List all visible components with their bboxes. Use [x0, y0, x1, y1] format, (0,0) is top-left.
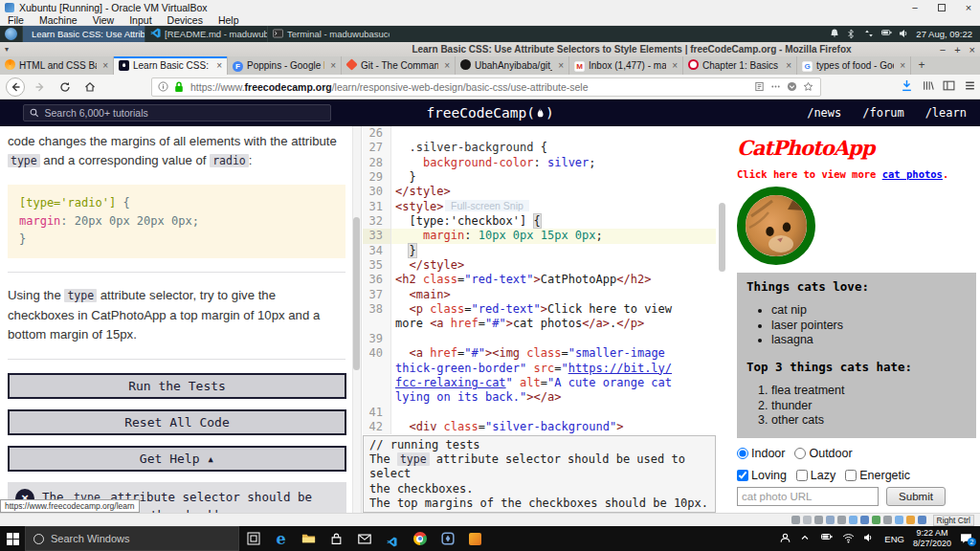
- sidebar-icon[interactable]: [943, 78, 955, 96]
- forward-button[interactable]: [31, 77, 50, 97]
- scrollbar-thumb[interactable]: [353, 217, 360, 370]
- vscode-icon[interactable]: [378, 526, 406, 551]
- splitter-handle[interactable]: [719, 203, 725, 272]
- ff-maximize-button[interactable]: +: [954, 44, 960, 55]
- get-help-button[interactable]: Get Help ▴: [8, 446, 346, 472]
- fcc-nav-forum[interactable]: /forum: [862, 106, 903, 120]
- volume-icon[interactable]: [863, 533, 876, 544]
- taskview-icon[interactable]: [239, 526, 267, 551]
- pane-splitter[interactable]: [716, 126, 729, 513]
- chrome-icon[interactable]: [406, 526, 434, 551]
- vbox-minimize-button[interactable]: −: [909, 2, 921, 13]
- mail-icon[interactable]: [350, 526, 378, 551]
- action-center-icon[interactable]: 2: [960, 533, 972, 544]
- fcc-search-box[interactable]: [23, 104, 331, 121]
- site-info-icon[interactable]: [158, 81, 169, 93]
- updown-icon[interactable]: [864, 29, 875, 39]
- browser-tab[interactable]: MInbox (1,477) - maduwu×: [569, 56, 683, 75]
- code-editor[interactable]: 2627 .silver-background {28 background-c…: [363, 126, 716, 435]
- window-menu-icon[interactable]: ▾: [5, 45, 9, 54]
- tab-close-icon[interactable]: ×: [214, 60, 222, 71]
- editor-line[interactable]: 35 </style>: [363, 258, 716, 273]
- tab-close-icon[interactable]: ×: [784, 60, 791, 71]
- bluetooth-icon[interactable]: [847, 29, 858, 39]
- fcc-nav-news[interactable]: /news: [807, 106, 841, 120]
- explorer-icon[interactable]: [295, 526, 323, 551]
- checkbox-option[interactable]: Energetic: [845, 469, 910, 482]
- editor-line[interactable]: 26: [363, 126, 716, 141]
- radio-option[interactable]: Outdoor: [794, 447, 852, 460]
- xfce-task-button[interactable]: Terminal - maduwubasucces...: [267, 26, 390, 42]
- pocket-icon[interactable]: [787, 81, 798, 93]
- fullscreen-icon[interactable]: [918, 516, 926, 524]
- tab-close-icon[interactable]: ×: [670, 60, 678, 71]
- reset-code-button[interactable]: Reset All Code: [8, 409, 346, 435]
- orange-app-icon[interactable]: [461, 526, 489, 551]
- editor-line[interactable]: lying on its back."></a>: [363, 390, 716, 405]
- editor-line[interactable]: 37 <main>: [363, 288, 716, 302]
- vbox-menu-help[interactable]: Help: [218, 14, 239, 26]
- new-tab-button[interactable]: +: [911, 56, 932, 75]
- taskbar-clock[interactable]: 9:22 AM8/27/2020: [913, 528, 951, 549]
- browser-tab[interactable]: Gtypes of food - Google S×: [797, 56, 911, 75]
- edge-icon[interactable]: e: [267, 526, 295, 551]
- radio-indoor[interactable]: [737, 448, 748, 459]
- editor-line[interactable]: 28 background-color: silver;: [363, 156, 716, 170]
- keyboard-icon[interactable]: [895, 516, 903, 524]
- cat-photos-link[interactable]: cat photos: [882, 168, 943, 180]
- vbox-restore-button[interactable]: [938, 4, 946, 11]
- page-actions-icon[interactable]: [770, 81, 782, 93]
- audio-icon[interactable]: [814, 516, 823, 524]
- network-icon[interactable]: [826, 516, 835, 524]
- tab-close-icon[interactable]: ×: [328, 60, 336, 71]
- browser-tab[interactable]: FPoppins - Google Fonts×: [228, 56, 342, 75]
- wifi-icon[interactable]: [842, 533, 855, 544]
- checkbox-lazy[interactable]: [796, 470, 808, 481]
- editor-line[interactable]: 39: [363, 332, 716, 346]
- home-button[interactable]: [80, 77, 100, 97]
- display-icon[interactable]: [860, 516, 869, 524]
- xfce-clock[interactable]: 27 Aug, 09:22: [916, 29, 972, 39]
- back-button[interactable]: [6, 77, 25, 97]
- editor-line[interactable]: 33 margin: 10px 0px 15px 0px;: [363, 229, 716, 243]
- editor-line[interactable]: 32 [type:'checkbox'] {: [363, 214, 716, 229]
- fcc-search-input[interactable]: [45, 107, 325, 119]
- reload-button[interactable]: [56, 77, 75, 97]
- url-bar[interactable]: https://www.freecodecamp.org/learn/respo…: [151, 77, 821, 97]
- editor-line[interactable]: 31<style>: [363, 200, 716, 214]
- library-icon[interactable]: [922, 78, 934, 96]
- editor-line[interactable]: 30</style>: [363, 185, 716, 199]
- ff-minimize-button[interactable]: −: [940, 44, 946, 55]
- optical-icon[interactable]: [803, 516, 812, 524]
- vbox-menu-file[interactable]: File: [8, 14, 24, 26]
- browser-tab[interactable]: Learn Basic CSS: Use At×: [114, 56, 228, 75]
- lock-icon[interactable]: [174, 81, 186, 93]
- xfce-task-button[interactable]: Learn Basic CSS: Use Attribu...: [22, 26, 145, 42]
- update-icon[interactable]: [906, 516, 915, 524]
- browser-tab[interactable]: Chapter 1: Basics and N×: [683, 56, 797, 75]
- windows-search-box[interactable]: Search Windows: [25, 526, 239, 551]
- cat-photo-url-input[interactable]: [737, 487, 879, 506]
- bookmark-star-icon[interactable]: [803, 81, 814, 93]
- menu-hamburger-icon[interactable]: [964, 78, 976, 96]
- tab-close-icon[interactable]: ×: [442, 60, 450, 71]
- tab-close-icon[interactable]: ×: [100, 60, 108, 71]
- whisker-menu-icon[interactable]: [5, 28, 17, 40]
- volume-icon[interactable]: [899, 29, 909, 39]
- editor-line[interactable]: fcc-relaxing-cat" alt="A cute orange cat: [363, 376, 716, 390]
- tab-close-icon[interactable]: ×: [556, 60, 564, 71]
- radio-outdoor[interactable]: [794, 448, 806, 459]
- battery-icon[interactable]: [881, 29, 892, 39]
- submit-button[interactable]: Submit: [886, 487, 946, 506]
- shared-folders-icon[interactable]: [849, 516, 858, 524]
- reader-mode-icon[interactable]: [754, 81, 766, 93]
- fcc-nav-learn[interactable]: /learn: [925, 106, 967, 120]
- editor-line[interactable]: 34 }: [363, 244, 716, 258]
- ff-close-button[interactable]: ×: [969, 44, 975, 55]
- store-icon[interactable]: [323, 526, 350, 551]
- language-indicator[interactable]: ENG: [884, 534, 904, 544]
- editor-line[interactable]: 27 .silver-background {: [363, 141, 716, 155]
- start-button[interactable]: [0, 526, 25, 551]
- token[interactable]: https://bit.ly/: [568, 362, 672, 375]
- lesson-scrollbar[interactable]: [352, 126, 361, 513]
